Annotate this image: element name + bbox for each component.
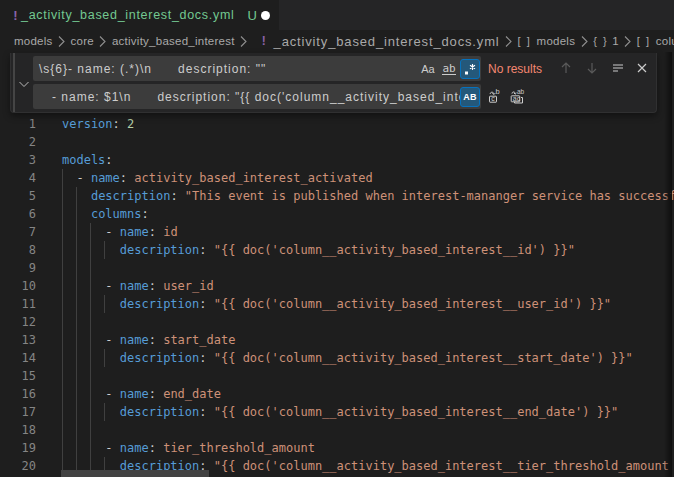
code-editor[interactable]: 1version: 223models:4 - name: activity_b… — [0, 52, 674, 477]
replace-input[interactable]: - name: $1\n description: "{{ doc('colum… — [33, 84, 481, 109]
svg-text:c: c — [491, 95, 495, 102]
breadcrumb-item-core[interactable]: core — [71, 35, 94, 47]
modified-dot-icon[interactable] — [261, 11, 270, 20]
line-number: 19 — [0, 439, 36, 457]
editor-right-shadow — [664, 52, 672, 477]
symbol-object-icon: { } — [593, 35, 608, 47]
line-number: 8 — [0, 241, 36, 259]
code-token-s: id — [163, 225, 177, 239]
code-token-p: - — [62, 387, 120, 401]
breadcrumb-item-1[interactable]: { }1 — [593, 35, 619, 47]
breadcrumb-item-columns[interactable]: [ ]columns — [637, 35, 674, 47]
code-token-p: - — [62, 171, 91, 185]
code-token-s: end_date — [163, 387, 221, 401]
svg-text:ab: ab — [517, 88, 525, 95]
code-line-9: 9 — [0, 259, 674, 277]
close-icon[interactable] — [632, 58, 652, 78]
chevron-right-icon — [580, 35, 589, 48]
chevron-right-icon — [623, 35, 632, 48]
chevron-right-icon — [504, 35, 513, 48]
line-number: 15 — [0, 367, 36, 385]
code-token-k: description — [120, 405, 199, 419]
code-token-p — [62, 207, 91, 221]
code-text: columns: — [62, 205, 149, 223]
code-text: - name: end_date — [62, 385, 221, 403]
breadcrumb: modelscoreactivity_based_interest!_activ… — [0, 30, 674, 52]
indent-guide — [76, 367, 77, 385]
code-token-k: name — [120, 279, 149, 293]
code-text: description: "This event is published wh… — [62, 187, 674, 205]
previous-match-icon[interactable] — [556, 58, 576, 78]
code-text: version: 2 — [62, 115, 134, 133]
replace-icon[interactable]: bc — [485, 86, 505, 106]
code-token-p: : — [199, 243, 213, 257]
breadcrumb-label: activity_based_interest — [112, 35, 235, 47]
code-text: - name: id — [62, 223, 178, 241]
toggle-replace-chevron-icon[interactable] — [17, 77, 31, 91]
line-number: 10 — [0, 277, 36, 295]
breadcrumb-label: _activity_based_interest_docs.yml — [274, 34, 500, 49]
code-line-12: 12 — [0, 313, 674, 331]
code-token-s: "This event is published when interest-m… — [185, 189, 674, 203]
horizontal-scrollbar-thumb[interactable] — [61, 470, 209, 477]
code-token-s: "{{ doc('column__activity_based_interest… — [214, 243, 575, 257]
code-line-15: 15 — [0, 367, 674, 385]
breadcrumb-label: 1 — [612, 35, 619, 47]
breadcrumb-label: core — [71, 35, 94, 47]
whole-word-icon[interactable]: ab — [439, 59, 459, 79]
code-token-p — [62, 351, 120, 365]
code-line-19: 19 - name: tier_threshold_amount — [0, 439, 674, 457]
code-token-s: user_id — [163, 279, 214, 293]
breadcrumb-item-models[interactable]: models — [14, 35, 53, 47]
preserve-case-icon[interactable]: AB — [460, 87, 480, 107]
code-token-s: start_date — [163, 333, 235, 347]
replace-input-value[interactable]: - name: $1\n description: "{{ doc('colum… — [33, 90, 460, 104]
breadcrumb-item-activity_based_interest[interactable]: activity_based_interest — [112, 35, 235, 47]
find-in-selection-icon[interactable] — [608, 58, 628, 78]
code-token-k: name — [120, 333, 149, 347]
code-token-n: 2 — [127, 117, 134, 131]
line-number: 6 — [0, 205, 36, 223]
code-token-p: - — [62, 441, 120, 455]
code-line-14: 14 description: "{{ doc('column__activit… — [0, 349, 674, 367]
indent-guide — [90, 313, 91, 331]
code-token-s: tier_threshold_amount — [163, 441, 315, 455]
code-text: description: "{{ doc('column__activity_b… — [62, 403, 618, 421]
indent-guide — [62, 313, 63, 331]
tab-active[interactable]: ! _activity_based_interest_docs.yml U — [0, 0, 279, 30]
code-line-10: 10 - name: user_id — [0, 277, 674, 295]
git-status-badge: U — [247, 8, 256, 23]
find-input-value[interactable]: \s{6}- name: (.*)\n description: "" — [33, 62, 418, 76]
find-input[interactable]: \s{6}- name: (.*)\n description: "" Aa a… — [33, 56, 481, 81]
breadcrumb-item-models[interactable]: [ ]models — [518, 35, 576, 47]
find-widget-resize-sash[interactable] — [13, 53, 15, 112]
indent-guide — [76, 421, 77, 439]
indent-guide — [90, 259, 91, 277]
code-line-17: 17 description: "{{ doc('column__activit… — [0, 403, 674, 421]
next-match-icon[interactable] — [582, 58, 602, 78]
code-line-13: 13 - name: start_date — [0, 331, 674, 349]
code-token-p — [62, 243, 120, 257]
regex-icon[interactable]: .* — [460, 59, 480, 79]
symbol-array-icon: [ ] — [518, 35, 533, 47]
match-case-icon[interactable]: Aa — [418, 59, 438, 79]
indent-guide — [62, 367, 63, 385]
code-line-8: 8 description: "{{ doc('column__activity… — [0, 241, 674, 259]
line-number: 12 — [0, 313, 36, 331]
code-token-p: : — [149, 333, 163, 347]
breadcrumb-item-_activity_based_interest_docs.yml[interactable]: !_activity_based_interest_docs.yml — [262, 34, 500, 49]
code-line-11: 11 description: "{{ doc('column__activit… — [0, 295, 674, 313]
code-token-k: description — [91, 189, 170, 203]
chevron-right-icon — [239, 35, 248, 48]
vscode-window: ! _activity_based_interest_docs.yml U mo… — [0, 0, 674, 477]
line-number: 13 — [0, 331, 36, 349]
code-text: - name: start_date — [62, 331, 235, 349]
chevron-right-icon — [98, 35, 107, 48]
code-token-s: "{{ doc('column__activity_based_interest… — [214, 351, 633, 365]
replace-all-icon[interactable]: abac — [508, 86, 528, 106]
code-token-k: name — [120, 441, 149, 455]
code-token-k: name — [91, 171, 120, 185]
find-results-status: No results — [488, 56, 542, 81]
code-token-p: : — [149, 279, 163, 293]
code-token-p — [62, 189, 91, 203]
